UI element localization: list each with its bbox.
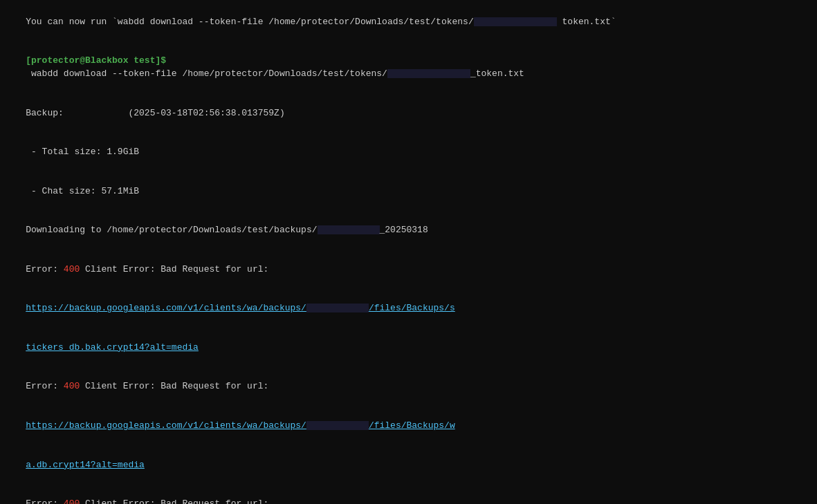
url-2b: a.db.crypt14?alt=media [4,446,813,485]
text-1a: You can now run `wabdd download --token-… [26,17,616,27]
error-msg-1: Client Error: Bad Request for url: [80,264,268,274]
line-1: You can now run `wabdd download --token-… [4,3,813,42]
prompt-label: [protector@Blackbox test]$ [26,55,166,66]
url-2a: https://backup.googleapis.com/v1/clients… [4,407,813,446]
error-code-2: 400 [64,381,80,391]
error-prefix-3: Error: [26,498,64,504]
line-3: Backup: (2025-03-18T02:56:38.013759Z) [4,94,813,133]
link-1a[interactable]: https://backup.googleapis.com/v1/clients… [26,303,455,313]
error-1: Error: 400 Client Error: Bad Request for… [4,250,813,290]
backup-label: Backup: (2025-03-18T02:56:38.013759Z) [26,108,284,118]
chat-size: - Chat size: 57.1MiB [26,186,139,196]
error-code-1: 400 [64,264,80,274]
error-prefix-1: Error: [26,264,64,274]
error-prefix-2: Error: [26,381,64,391]
total-size: - Total size: 1.9GiB [26,147,139,157]
link-2b[interactable]: a.db.crypt14?alt=media [26,460,145,470]
link-1b[interactable]: tickers_db.bak.crypt14?alt=media [26,342,199,353]
link-2a[interactable]: https://backup.googleapis.com/v1/clients… [26,420,455,431]
error-2: Error: 400 Client Error: Bad Request for… [4,368,813,407]
error-msg-3: Client Error: Bad Request for url: [80,498,268,504]
error-msg-2: Client Error: Bad Request for url: [80,381,268,391]
url-1a: https://backup.googleapis.com/v1/clients… [4,290,813,329]
terminal: You can now run `wabdd download --token-… [0,0,817,504]
line-5: - Chat size: 57.1MiB [4,172,813,212]
command-text: wabdd download --token-file /home/protec… [26,68,524,79]
url-1b: tickers_db.bak.crypt14?alt=media [4,328,813,368]
error-3: Error: 400 Client Error: Bad Request for… [4,485,813,504]
line-2-prompt: [protector@Blackbox test]$ wabdd downloa… [4,42,813,94]
line-4: - Total size: 1.9GiB [4,133,813,172]
downloading-path: Downloading to /home/protector/Downloads… [26,225,428,235]
line-6: Downloading to /home/protector/Downloads… [4,212,813,251]
error-code-3: 400 [64,498,80,504]
